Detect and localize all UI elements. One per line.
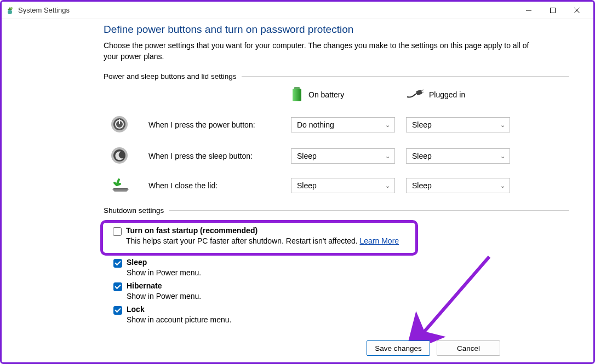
fast-startup-desc: This helps start your PC faster after sh… [103, 236, 412, 245]
row-power-label: When I press the power button: [148, 120, 280, 129]
minimize-button[interactable] [517, 2, 541, 19]
save-button[interactable]: Save changes [367, 340, 430, 356]
select-lid-battery[interactable]: Sleep⌄ [291, 178, 395, 193]
power-settings-grid: On battery Plugged in When I press the p… [110, 86, 569, 194]
checkbox-row-hibernate: Hibernate [104, 281, 569, 291]
content-area: Define power buttons and turn on passwor… [2, 19, 593, 324]
select-lid-plugged[interactable]: Sleep⌄ [406, 178, 510, 193]
section-shutdown-header: Shutdown settings [104, 206, 569, 215]
hibernate-title: Hibernate [127, 281, 162, 290]
section-shutdown-title: Shutdown settings [104, 206, 164, 215]
sleep-button-icon [110, 146, 138, 166]
chevron-down-icon: ⌄ [500, 122, 505, 129]
chevron-down-icon: ⌄ [500, 153, 505, 160]
col-battery-header: On battery [291, 86, 395, 104]
highlight-fast-startup: Turn on fast startup (recommended) This … [100, 220, 418, 256]
svg-line-10 [421, 90, 424, 91]
checkbox-sleep[interactable] [113, 259, 122, 268]
chevron-down-icon: ⌄ [385, 182, 390, 189]
chevron-down-icon: ⌄ [500, 182, 505, 189]
titlebar: System Settings [2, 2, 593, 19]
checkbox-row-lock: Lock [104, 305, 569, 315]
plug-icon [406, 89, 424, 101]
checkbox-hibernate[interactable] [113, 282, 122, 291]
row-lid-label: When I close the lid: [148, 181, 280, 190]
learn-more-link[interactable]: Learn More [360, 236, 399, 245]
col-plugged-header: Plugged in [406, 89, 510, 101]
svg-rect-8 [293, 89, 301, 101]
select-sleep-plugged[interactable]: Sleep⌄ [406, 148, 510, 164]
col-battery-label: On battery [308, 90, 344, 99]
cancel-button[interactable]: Cancel [437, 340, 500, 356]
select-sleep-battery[interactable]: Sleep⌄ [291, 148, 395, 164]
svg-rect-3 [551, 8, 556, 13]
checkbox-row-sleep: Sleep [104, 258, 569, 268]
svg-point-1 [10, 7, 13, 9]
footer-buttons: Save changes Cancel [367, 340, 500, 356]
fast-startup-title: Turn on fast startup (recommended) [126, 226, 258, 235]
page-description: Choose the power settings that you want … [104, 40, 531, 62]
app-icon [5, 5, 15, 15]
svg-line-11 [422, 92, 424, 93]
power-button-icon [110, 115, 138, 135]
svg-point-0 [8, 10, 12, 14]
section-power-header: Power and sleep buttons and lid settings [104, 72, 569, 80]
lid-icon [110, 177, 138, 194]
lock-title: Lock [127, 305, 145, 314]
select-power-plugged[interactable]: Sleep⌄ [406, 117, 510, 132]
sleep-desc: Show in Power menu. [104, 268, 569, 277]
hibernate-desc: Show in Power menu. [104, 292, 569, 301]
select-power-battery[interactable]: Do nothing⌄ [291, 117, 395, 132]
battery-icon [291, 86, 303, 104]
chevron-down-icon: ⌄ [385, 153, 390, 160]
window-title: System Settings [18, 6, 70, 14]
close-button[interactable] [565, 2, 589, 19]
row-sleep-label: When I press the sleep button: [148, 152, 280, 160]
col-plugged-label: Plugged in [429, 90, 465, 99]
checkbox-fast-startup[interactable] [113, 227, 122, 236]
checkbox-row-fast-startup: Turn on fast startup (recommended) [103, 226, 412, 236]
lock-desc: Show in account picture menu. [104, 315, 569, 324]
section-power-title: Power and sleep buttons and lid settings [104, 72, 236, 80]
maximize-button[interactable] [541, 2, 565, 19]
page-title: Define power buttons and turn on passwor… [104, 24, 569, 36]
sleep-title: Sleep [127, 258, 147, 267]
chevron-down-icon: ⌄ [385, 122, 390, 129]
checkbox-lock[interactable] [113, 306, 122, 315]
